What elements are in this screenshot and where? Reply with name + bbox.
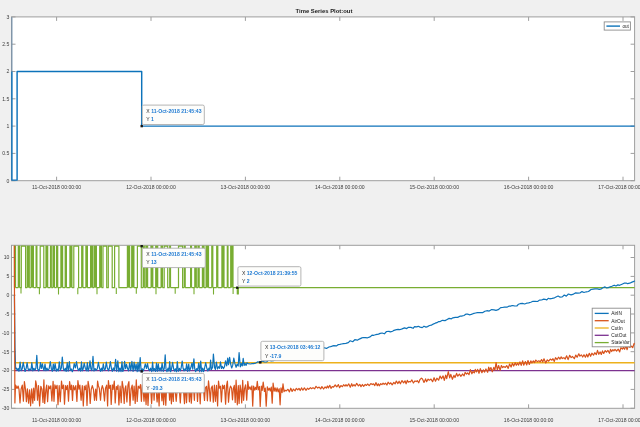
svg-text:-20: -20 — [2, 367, 10, 373]
svg-text:14-Oct-2018 00:00:00: 14-Oct-2018 00:00:00 — [315, 417, 365, 423]
svg-text:1: 1 — [6, 123, 9, 129]
svg-text:15-Oct-2018 00:00:00: 15-Oct-2018 00:00:00 — [409, 417, 459, 423]
svg-text:Y -20.3: Y -20.3 — [146, 385, 163, 391]
svg-text:Y -17.9: Y -17.9 — [265, 353, 282, 359]
svg-text:-25: -25 — [2, 386, 10, 392]
svg-text:11-Oct-2018 00:00:00: 11-Oct-2018 00:00:00 — [32, 417, 81, 423]
svg-text:X 11-Oct-2018 21:45:43: X 11-Oct-2018 21:45:43 — [146, 376, 201, 382]
svg-text:2.5: 2.5 — [2, 41, 9, 47]
svg-text:-10: -10 — [2, 330, 10, 336]
svg-text:10: 10 — [4, 254, 10, 260]
svg-text:5: 5 — [6, 273, 9, 279]
svg-text:2: 2 — [6, 68, 9, 74]
svg-text:AirOut: AirOut — [611, 319, 625, 324]
svg-text:-15: -15 — [2, 349, 10, 355]
svg-text:12-Oct-2018 00:00:00: 12-Oct-2018 00:00:00 — [126, 417, 176, 423]
svg-text:X 11-Oct-2018 21:45:43: X 11-Oct-2018 21:45:43 — [146, 108, 201, 114]
svg-text:CutOut: CutOut — [611, 333, 627, 338]
svg-text:X 11-Oct-2018 21:45:43: X 11-Oct-2018 21:45:43 — [146, 251, 201, 257]
svg-text:StateVar: StateVar — [611, 340, 630, 345]
svg-text:X 12-Oct-2018 21:39:55: X 12-Oct-2018 21:39:55 — [242, 270, 298, 276]
svg-text:0.5: 0.5 — [2, 150, 9, 156]
svg-text:-5: -5 — [5, 311, 10, 317]
svg-text:Y 2: Y 2 — [242, 278, 250, 284]
svg-text:11-Oct-2018 00:00:00: 11-Oct-2018 00:00:00 — [32, 184, 81, 190]
svg-text:17-Oct-2018 00:00:00: 17-Oct-2018 00:00:00 — [598, 417, 640, 423]
svg-text:16-Oct-2018 00:00:00: 16-Oct-2018 00:00:00 — [504, 184, 554, 190]
svg-text:Time Series Plot:out: Time Series Plot:out — [296, 8, 353, 14]
svg-text:12-Oct-2018 00:00:00: 12-Oct-2018 00:00:00 — [126, 184, 176, 190]
svg-text:0: 0 — [6, 178, 9, 184]
svg-text:Y 1: Y 1 — [146, 116, 154, 122]
svg-text:17-Oct-2018 00:00:00: 17-Oct-2018 00:00:00 — [598, 184, 640, 190]
svg-text:-30: -30 — [2, 405, 10, 411]
svg-text:13-Oct-2018 00:00:00: 13-Oct-2018 00:00:00 — [221, 184, 271, 190]
svg-text:3: 3 — [6, 14, 9, 20]
svg-text:0: 0 — [6, 292, 9, 298]
svg-text:CutIn: CutIn — [611, 326, 623, 331]
svg-text:X 13-Oct-2018 03:46:12: X 13-Oct-2018 03:46:12 — [265, 344, 321, 350]
svg-text:15-Oct-2018 00:00:00: 15-Oct-2018 00:00:00 — [409, 184, 459, 190]
svg-text:out: out — [623, 24, 630, 29]
svg-text:1.5: 1.5 — [2, 96, 9, 102]
svg-text:AirIN: AirIN — [611, 311, 622, 316]
svg-text:16-Oct-2018 00:00:00: 16-Oct-2018 00:00:00 — [504, 417, 554, 423]
svg-text:14-Oct-2018 00:00:00: 14-Oct-2018 00:00:00 — [315, 184, 365, 190]
svg-text:Y 13: Y 13 — [146, 259, 157, 265]
svg-text:13-Oct-2018 00:00:00: 13-Oct-2018 00:00:00 — [221, 417, 271, 423]
